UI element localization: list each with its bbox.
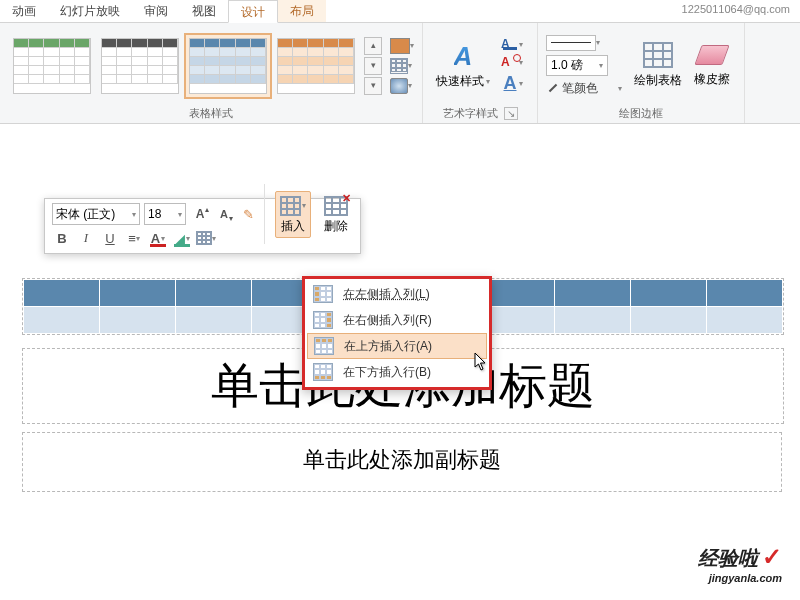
ribbon-tabs: 动画 幻灯片放映 审阅 视图 设计 布局 1225011064@qq.com: [0, 0, 800, 23]
borders-button[interactable]: ▾: [390, 58, 414, 74]
tab-review[interactable]: 审阅: [132, 0, 180, 22]
style-gallery-down[interactable]: ▾: [364, 57, 382, 75]
watermark-url: jingyanla.com: [698, 572, 782, 584]
group-wordart: A 快速样式▾ A ▾ A ▾ A ▾ 艺: [423, 23, 538, 123]
pen-color-button[interactable]: 笔颜色 ▾: [546, 80, 622, 97]
checkmark-icon: ✓: [762, 543, 782, 570]
style-gallery-nav: ▴ ▾ ▾: [364, 36, 382, 96]
insert-row-above-icon: [314, 337, 334, 355]
insert-row-above[interactable]: 在上方插入行(A): [307, 333, 487, 359]
mini-bold[interactable]: B: [52, 228, 72, 248]
insert-column-left[interactable]: 在左侧插入列(L): [307, 281, 487, 307]
text-effects-icon: A: [501, 73, 519, 94]
group-label-wordart: 艺术字样式: [443, 106, 498, 121]
shading-button[interactable]: ▾: [390, 38, 414, 54]
draw-table-button[interactable]: 绘制表格: [634, 42, 682, 89]
mini-grow-font[interactable]: A▴: [190, 204, 210, 224]
insert-table-icon: [280, 196, 301, 216]
mini-size-select[interactable]: 18▾: [144, 203, 186, 225]
style-gallery-up[interactable]: ▴: [364, 37, 382, 55]
wordart-dialog-launcher[interactable]: ↘: [504, 107, 518, 120]
quick-style-icon: A: [454, 41, 473, 72]
borders-icon: [390, 58, 408, 74]
text-outline-button[interactable]: A ▾: [501, 55, 523, 69]
mini-delete-button[interactable]: ✕ 删除: [323, 194, 349, 235]
insert-row-below[interactable]: 在下方插入行(B): [307, 359, 487, 385]
mini-format-painter[interactable]: ✎: [238, 204, 258, 224]
mini-font-select[interactable]: 宋体 (正文)▾: [52, 203, 140, 225]
eraser-button[interactable]: 橡皮擦: [694, 43, 730, 88]
pen-icon: [546, 80, 562, 96]
tab-slideshow[interactable]: 幻灯片放映: [48, 0, 132, 22]
mini-toolbar: 宋体 (正文)▾ 18▾ A▴ A▾ ✎ ▾ 插入 ✕ 删除 B I U ≡▾ …: [44, 198, 361, 254]
text-effects-button[interactable]: A ▾: [501, 73, 523, 94]
format-painter-icon: ✎: [243, 207, 254, 222]
insert-column-right[interactable]: 在右侧插入列(R): [307, 307, 487, 333]
group-label-draw-borders: 绘图边框: [619, 106, 663, 121]
insert-col-left-icon: [313, 285, 333, 303]
tab-design[interactable]: 设计: [228, 0, 278, 23]
tab-layout[interactable]: 布局: [278, 0, 326, 22]
account-email[interactable]: 1225011064@qq.com: [672, 0, 800, 22]
insert-row-below-icon: [313, 363, 333, 381]
mini-fill-color[interactable]: ◢▾: [172, 228, 192, 248]
style-gallery-more[interactable]: ▾: [364, 77, 382, 95]
table-style-1[interactable]: [8, 33, 96, 99]
ribbon: ▴ ▾ ▾ ▾ ▾ ▾ 表格样式: [0, 23, 800, 124]
watermark: 经验啦✓ jingyanla.com: [698, 543, 782, 584]
insert-context-menu: 在左侧插入列(L) 在右侧插入列(R) 在上方插入行(A) 在下方插入行(B): [302, 276, 492, 390]
subtitle-placeholder[interactable]: 单击此处添加副标题: [22, 432, 782, 492]
mini-underline[interactable]: U: [100, 228, 120, 248]
table-style-4[interactable]: [272, 33, 360, 99]
table-style-3-selected[interactable]: [184, 33, 272, 99]
watermark-brand: 经验啦: [698, 547, 758, 569]
eraser-icon: [694, 45, 729, 65]
text-fill-button[interactable]: A ▾: [501, 37, 523, 51]
tab-animation[interactable]: 动画: [0, 0, 48, 22]
border-icon: [196, 231, 212, 245]
table-style-2[interactable]: [96, 33, 184, 99]
group-label-table-styles: 表格样式: [189, 106, 233, 121]
mini-italic[interactable]: I: [76, 228, 96, 248]
draw-table-icon: [643, 42, 673, 68]
subtitle-text: 单击此处添加副标题: [303, 445, 501, 475]
effects-button[interactable]: ▾: [390, 78, 414, 94]
mini-border[interactable]: ▾: [196, 228, 216, 248]
group-table-styles: ▴ ▾ ▾ ▾ ▾ ▾ 表格样式: [0, 23, 423, 123]
insert-col-right-icon: [313, 311, 333, 329]
group-draw-borders: ▾ 1.0 磅▾ 笔颜色 ▾ 绘制表格 橡皮擦 绘图边框: [538, 23, 745, 123]
tab-view[interactable]: 视图: [180, 0, 228, 22]
mini-align[interactable]: ≡▾: [124, 228, 144, 248]
mini-shrink-font[interactable]: A▾: [214, 204, 234, 224]
pen-style-button[interactable]: ▾: [546, 35, 622, 51]
quick-style-button[interactable]: A 快速样式▾: [436, 41, 490, 90]
mini-insert-button[interactable]: ▾ 插入: [275, 191, 311, 238]
mouse-cursor: [474, 352, 488, 372]
mini-font-color[interactable]: A▾: [148, 228, 168, 248]
pen-weight-button[interactable]: 1.0 磅▾: [546, 55, 622, 76]
align-icon: ≡: [128, 231, 136, 246]
